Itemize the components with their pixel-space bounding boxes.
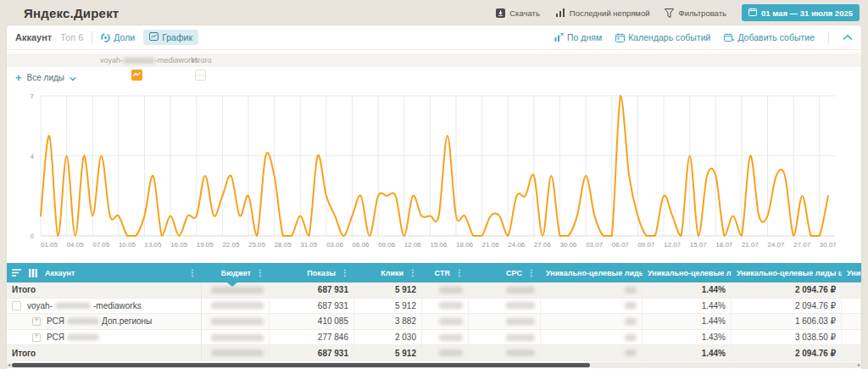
redacted-value — [211, 334, 264, 341]
x-tick-label: 12.06 — [404, 241, 422, 249]
column-header-leads_cost[interactable]: Уникально-целевые лиды цена⋮ — [732, 263, 842, 282]
attribution-model-button[interactable]: Последний непрямой — [555, 8, 650, 18]
x-tick-label: 03.06 — [326, 241, 344, 249]
expand-icon[interactable] — [32, 317, 41, 326]
expand-icon[interactable] — [32, 333, 41, 342]
series-voyah-checkbox[interactable] — [131, 70, 142, 81]
date-range-label: 01 мая — 31 июля 2025 — [761, 8, 853, 18]
redacted-value — [506, 287, 535, 294]
x-tick-label: 24.06 — [508, 241, 526, 249]
sort-filter-icon[interactable] — [12, 269, 21, 277]
column-header-unique_target_leads[interactable]: Уникально-целевые лиды⋮ — [541, 263, 643, 282]
row-checkbox[interactable] — [12, 301, 21, 310]
cell-leads_cost: 3 038.50 ₽ — [732, 330, 842, 345]
events-calendar-button[interactable]: Календарь событий — [615, 32, 710, 42]
horizontal-scrollbar[interactable]: ◂ ▸ — [7, 362, 861, 368]
divider — [92, 31, 92, 43]
shares-tab[interactable]: Доли — [101, 32, 135, 42]
x-tick-label: 09.06 — [378, 241, 396, 249]
cell-account: РСЯДоп.регионы — [7, 314, 202, 329]
column-menu-icon[interactable]: ⋮ — [527, 268, 536, 277]
x-tick-label: 27.07 — [793, 241, 811, 249]
chevron-down-icon[interactable] — [70, 70, 76, 85]
cell-leads_pct: 1.43% — [643, 330, 732, 345]
column-header-cpc[interactable]: CPC⋮ — [469, 263, 541, 282]
scrollbar-thumb[interactable] — [12, 363, 590, 367]
collapse-chevron-up-icon[interactable] — [843, 34, 853, 41]
x-tick-label: 03.07 — [586, 241, 604, 249]
x-tick-label: 09.07 — [637, 241, 655, 249]
column-header-account[interactable]: Аккаунт⋮ — [7, 263, 202, 282]
download-button[interactable]: Скачать — [496, 8, 540, 18]
add-event-button[interactable]: Добавить событие — [724, 32, 815, 42]
x-tick-label: 21.07 — [742, 241, 760, 249]
column-label: CPC — [474, 269, 522, 277]
column-menu-icon[interactable]: ⋮ — [455, 268, 464, 277]
cell-unique_target_leads — [541, 282, 643, 298]
table-row[interactable]: Итого687 9315 9121.44%2 094.76 ₽ — [7, 282, 861, 299]
cell-budget — [202, 330, 270, 345]
table-row[interactable]: РСЯ277 8462 0301.43%3 038.50 ₽ — [7, 330, 861, 346]
calendar-icon — [748, 8, 757, 18]
trend-chart: 01.0504.0507.0510.0513.0516.0519.0522.05… — [7, 85, 861, 256]
column-label: Бюджет — [207, 269, 251, 277]
cell-value: 5 912 — [395, 349, 416, 358]
series-total-checkbox[interactable] — [195, 70, 206, 81]
table-row[interactable]: Итого687 9315 9121.44%2 094.76 ₽ — [7, 345, 861, 361]
calendar-plus-icon — [724, 33, 734, 42]
filter-button[interactable]: Фильтровать — [665, 8, 726, 18]
x-tick-label: 19.05 — [197, 241, 214, 249]
column-header-extra[interactable]: Уникал — [842, 263, 861, 282]
account-label: -mediaworks — [93, 301, 142, 310]
column-menu-icon[interactable]: ⋮ — [188, 268, 197, 277]
chart-tab[interactable]: График — [143, 30, 198, 45]
column-menu-icon[interactable]: ⋮ — [256, 268, 264, 277]
x-tick-label: 06.07 — [612, 241, 630, 249]
cell-budget — [202, 299, 270, 314]
column-header-clicks[interactable]: Клики⋮ — [354, 263, 422, 282]
metric-selector[interactable]: Все лиды — [27, 73, 64, 82]
cell-value: 1 606.03 ₽ — [795, 316, 836, 326]
cell-cpc — [469, 282, 541, 298]
column-menu-icon[interactable]: ⋮ — [409, 268, 417, 277]
x-tick-label: 30.07 — [820, 241, 837, 249]
cell-extra — [842, 345, 861, 361]
x-tick-label: 28.05 — [275, 241, 292, 249]
scroll-left-icon[interactable]: ◂ — [8, 362, 10, 368]
redacted-value — [625, 287, 637, 294]
cell-account: РСЯ — [7, 330, 202, 345]
scroll-right-icon[interactable]: ▸ — [858, 362, 860, 368]
column-menu-icon[interactable]: ⋮ — [341, 268, 349, 277]
cell-extra — [842, 330, 861, 345]
cell-clicks: 5 912 — [354, 299, 422, 314]
cell-extra — [842, 314, 861, 329]
column-label: Уникально-целевые лиды % — [648, 269, 732, 277]
cell-value: 3 038.50 ₽ — [795, 333, 836, 342]
account-label: Доп.регионы — [102, 316, 152, 326]
x-tick-label: 15.06 — [430, 241, 448, 249]
cell-impressions: 410 085 — [270, 314, 354, 329]
cell-ctr — [422, 299, 469, 314]
add-metric-button[interactable]: + Все лиды — [15, 70, 76, 85]
cell-cpc — [469, 330, 541, 345]
column-header-budget[interactable]: Бюджет⋮ — [202, 263, 270, 282]
table-row[interactable]: РСЯДоп.регионы410 0853 8821.44%1 606.03 … — [7, 314, 861, 330]
by-days-button[interactable]: По дням — [554, 32, 602, 42]
x-tick-label: 22.05 — [222, 241, 240, 249]
column-header-leads_pct[interactable]: Уникально-целевые лиды %⋮ — [643, 263, 732, 282]
cell-extra — [842, 299, 861, 314]
cell-clicks: 5 912 — [354, 345, 422, 361]
redacted-value — [625, 302, 637, 309]
column-header-impressions[interactable]: Показы⋮ — [270, 263, 354, 282]
date-range-button[interactable]: 01 мая — 31 июля 2025 — [742, 4, 860, 21]
cell-cpc — [469, 299, 541, 314]
line-chart-icon — [149, 32, 159, 42]
table-row[interactable]: voyah--mediaworks687 9315 9121.44%2 094.… — [7, 299, 861, 315]
cell-value: 2 094.76 ₽ — [795, 349, 836, 358]
columns-icon[interactable] — [29, 269, 37, 277]
x-tick-label: 10.05 — [119, 241, 136, 249]
cell-leads_pct: 1.44% — [643, 345, 732, 361]
column-header-ctr[interactable]: CTR⋮ — [422, 263, 469, 282]
funnel-icon — [665, 8, 674, 18]
cell-unique_target_leads — [541, 299, 643, 314]
